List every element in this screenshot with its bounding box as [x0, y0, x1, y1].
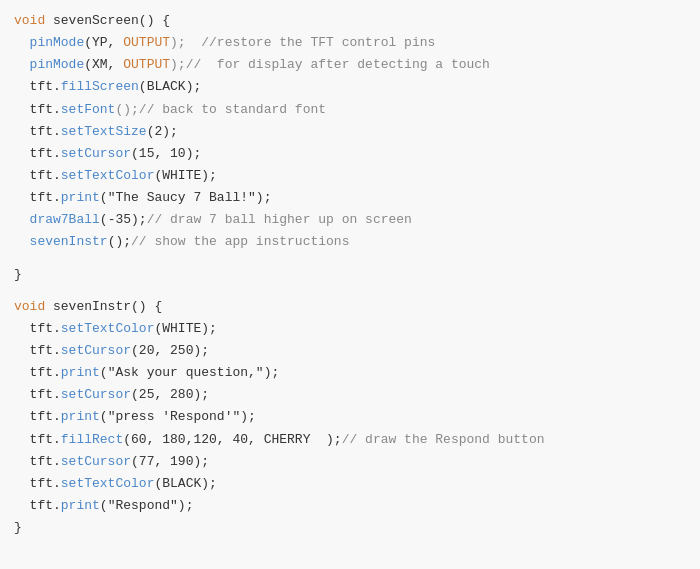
code-token: () {	[131, 297, 162, 317]
code-token: (XM,	[84, 55, 123, 75]
code-token: pinMode	[30, 33, 85, 53]
code-token: print	[61, 496, 100, 516]
code-token: tft.	[14, 496, 61, 516]
code-token: tft.	[14, 188, 61, 208]
code-line: tft.print("The Saucy 7 Ball!");	[0, 187, 700, 209]
code-line: tft.print("Respond");	[0, 495, 700, 517]
code-token	[14, 55, 30, 75]
code-comment: // draw the Respond button	[342, 430, 545, 450]
code-line: tft.fillRect(60, 180,120, 40, CHERRY );/…	[0, 429, 700, 451]
code-token: tft.	[14, 341, 61, 361]
code-line: draw7Ball(-35);// draw 7 ball higher up …	[0, 209, 700, 231]
code-token: ("Respond");	[100, 496, 194, 516]
code-token: draw7Ball(-35);	[14, 210, 147, 230]
code-token: OUTPUT	[123, 55, 170, 75]
code-token	[14, 33, 30, 53]
code-token: tft.	[14, 166, 61, 186]
code-token: fillScreen	[61, 77, 139, 97]
code-token: setTextColor	[61, 474, 155, 494]
code-token: tft.	[14, 407, 61, 427]
code-token: tft.	[14, 363, 61, 383]
code-line: }	[0, 517, 700, 539]
code-token: setFont	[61, 100, 116, 120]
code-token: }	[14, 518, 22, 538]
code-token: setTextSize	[61, 122, 147, 142]
code-line: tft.setCursor(25, 280);	[0, 384, 700, 406]
code-token: tft.	[14, 144, 61, 164]
code-token: (2);	[147, 122, 178, 142]
code-comment: // show the app instructions	[131, 232, 349, 252]
code-token: setTextColor	[61, 319, 155, 339]
code-token: (25, 280);	[131, 385, 209, 405]
code-line: tft.setTextSize(2);	[0, 121, 700, 143]
code-line: tft.setCursor(77, 190);	[0, 451, 700, 473]
code-token: pinMode	[30, 55, 85, 75]
code-line: tft.setCursor(15, 10);	[0, 143, 700, 165]
code-line: void sevenScreen() {	[0, 10, 700, 32]
code-line: sevenInstr();// show the app instruction…	[0, 231, 700, 253]
code-line: void sevenInstr() {	[0, 296, 700, 318]
code-token: (77, 190);	[131, 452, 209, 472]
code-token: );// for display after detecting a touch	[170, 55, 490, 75]
code-token: setCursor	[61, 144, 131, 164]
code-token: ();// back to standard font	[115, 100, 326, 120]
code-token: tft.	[14, 430, 61, 450]
code-token: (BLACK);	[154, 474, 216, 494]
code-line: tft.setTextColor(BLACK);	[0, 473, 700, 495]
code-token: (20, 250);	[131, 341, 209, 361]
code-token: (WHITE);	[154, 319, 216, 339]
code-line: tft.setCursor(20, 250);	[0, 340, 700, 362]
code-line	[0, 286, 700, 296]
code-token: void	[14, 297, 53, 317]
code-token: setCursor	[61, 385, 131, 405]
code-token: ("Ask your question,");	[100, 363, 279, 383]
code-token: (YP,	[84, 33, 123, 53]
code-token: setCursor	[61, 341, 131, 361]
code-token: OUTPUT	[123, 33, 170, 53]
code-line: tft.fillScreen(BLACK);	[0, 76, 700, 98]
code-token: tft.	[14, 474, 61, 494]
code-container: void sevenScreen() { pinMode(YP, OUTPUT)…	[0, 0, 700, 569]
code-comment: // draw 7 ball higher up on screen	[147, 210, 412, 230]
code-token: (60, 180,120, 40, CHERRY );	[123, 430, 341, 450]
code-line: tft.print("press 'Respond'");	[0, 406, 700, 428]
code-token: (WHITE);	[154, 166, 216, 186]
code-line: tft.setTextColor(WHITE);	[0, 165, 700, 187]
code-token: () {	[139, 11, 170, 31]
code-token: sevenScreen	[53, 11, 139, 31]
code-token: print	[61, 188, 100, 208]
code-token: ("press 'Respond'");	[100, 407, 256, 427]
code-token: print	[61, 407, 100, 427]
code-token: ); //restore the TFT control pins	[170, 33, 435, 53]
code-token: tft.	[14, 100, 61, 120]
code-token: sevenInstr();	[14, 232, 131, 252]
code-token: setTextColor	[61, 166, 155, 186]
code-line	[0, 254, 700, 264]
code-token: tft.	[14, 122, 61, 142]
code-line: tft.setTextColor(WHITE);	[0, 318, 700, 340]
code-token: tft.	[14, 319, 61, 339]
code-token: setCursor	[61, 452, 131, 472]
code-token: fillRect	[61, 430, 123, 450]
code-line: pinMode(YP, OUTPUT); //restore the TFT c…	[0, 32, 700, 54]
code-token: tft.	[14, 77, 61, 97]
code-lines: void sevenScreen() { pinMode(YP, OUTPUT)…	[0, 10, 700, 539]
code-token: (BLACK);	[139, 77, 201, 97]
code-token: print	[61, 363, 100, 383]
code-token: (15, 10);	[131, 144, 201, 164]
code-line: tft.print("Ask your question,");	[0, 362, 700, 384]
code-line: tft.setFont();// back to standard font	[0, 99, 700, 121]
code-line: pinMode(XM, OUTPUT);// for display after…	[0, 54, 700, 76]
code-token: sevenInstr	[53, 297, 131, 317]
code-token: tft.	[14, 452, 61, 472]
code-token: tft.	[14, 385, 61, 405]
code-token: ("The Saucy 7 Ball!");	[100, 188, 272, 208]
code-token: void	[14, 11, 53, 31]
code-line: }	[0, 264, 700, 286]
code-token: }	[14, 265, 22, 285]
